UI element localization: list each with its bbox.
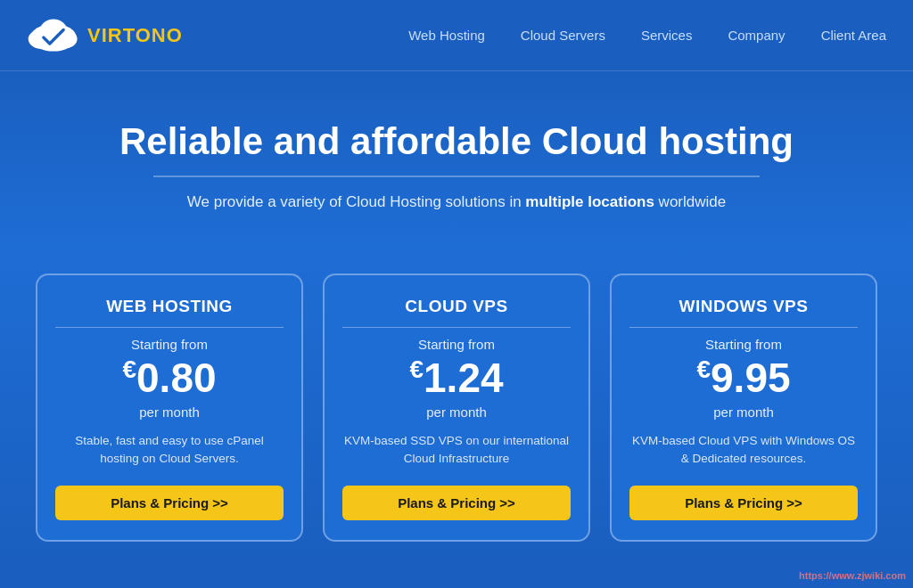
card-web-hosting-btn[interactable]: Plans & Pricing >> bbox=[55, 486, 284, 520]
hero-description: We provide a variety of Cloud Hosting so… bbox=[18, 193, 895, 211]
card-web-hosting-title: WEB HOSTING bbox=[106, 297, 233, 316]
card-cloud-vps-description: KVM-based SSD VPS on our international C… bbox=[342, 432, 571, 470]
card-cloud-vps-starting: Starting from bbox=[418, 337, 495, 352]
hero-section: Reliable and affordable Cloud hosting We… bbox=[0, 71, 913, 247]
card-windows-vps-currency: € bbox=[696, 355, 711, 383]
navbar: VIRTONO Web Hosting Cloud Servers Servic… bbox=[0, 0, 913, 71]
logo-rest: IRTONO bbox=[102, 24, 183, 46]
nav-item-client-area[interactable]: Client Area bbox=[821, 28, 886, 44]
logo-v: V bbox=[87, 24, 102, 46]
card-windows-vps: WINDOWS VPS Starting from €9.95 per mont… bbox=[610, 274, 877, 542]
hero-desc-suffix: worldwide bbox=[654, 193, 726, 210]
card-windows-vps-per-month: per month bbox=[713, 404, 774, 420]
card-windows-vps-btn[interactable]: Plans & Pricing >> bbox=[629, 486, 858, 520]
card-windows-vps-price: €9.95 bbox=[696, 355, 790, 401]
card-cloud-vps-divider bbox=[342, 327, 571, 328]
card-cloud-vps-title: CLOUD VPS bbox=[405, 297, 507, 316]
card-windows-vps-divider bbox=[629, 327, 858, 328]
card-windows-vps-description: KVM-based Cloud VPS with Windows OS & De… bbox=[629, 432, 858, 470]
card-windows-vps-starting: Starting from bbox=[705, 337, 782, 352]
watermark: https://www.zjwiki.com bbox=[799, 570, 906, 581]
cards-section: WEB HOSTING Starting from €0.80 per mont… bbox=[0, 247, 913, 559]
card-web-hosting-description: Stable, fast and easy to use cPanel host… bbox=[55, 432, 284, 470]
card-windows-vps-price-value: 9.95 bbox=[711, 355, 791, 401]
card-web-hosting-per-month: per month bbox=[139, 404, 200, 420]
card-web-hosting-starting: Starting from bbox=[131, 337, 208, 352]
nav-item-company[interactable]: Company bbox=[728, 28, 785, 44]
logo-text: VIRTONO bbox=[87, 24, 183, 47]
card-cloud-vps-btn[interactable]: Plans & Pricing >> bbox=[342, 486, 571, 520]
nav-links: Web Hosting Cloud Servers Services Compa… bbox=[408, 28, 886, 44]
nav-link-cloud-servers[interactable]: Cloud Servers bbox=[521, 28, 605, 43]
nav-link-company[interactable]: Company bbox=[728, 28, 785, 43]
nav-link-services[interactable]: Services bbox=[641, 28, 693, 43]
logo-icon bbox=[27, 13, 80, 58]
card-cloud-vps: CLOUD VPS Starting from €1.24 per month … bbox=[323, 274, 590, 542]
card-cloud-vps-currency: € bbox=[409, 355, 424, 383]
nav-item-cloud-servers[interactable]: Cloud Servers bbox=[521, 28, 605, 44]
hero-title: Reliable and affordable Cloud hosting bbox=[18, 120, 895, 163]
card-cloud-vps-price: €1.24 bbox=[409, 355, 503, 401]
card-web-hosting-currency: € bbox=[122, 355, 136, 383]
card-cloud-vps-price-value: 1.24 bbox=[424, 355, 504, 401]
logo[interactable]: VIRTONO bbox=[27, 13, 183, 58]
nav-item-web-hosting[interactable]: Web Hosting bbox=[408, 28, 485, 44]
nav-link-web-hosting[interactable]: Web Hosting bbox=[408, 28, 485, 43]
nav-link-client-area[interactable]: Client Area bbox=[821, 28, 886, 43]
hero-desc-bold: multiple locations bbox=[525, 193, 654, 210]
card-web-hosting-price-value: 0.80 bbox=[136, 355, 217, 401]
card-web-hosting-divider bbox=[55, 327, 284, 328]
card-web-hosting: WEB HOSTING Starting from €0.80 per mont… bbox=[36, 274, 303, 542]
card-windows-vps-title: WINDOWS VPS bbox=[679, 297, 809, 316]
card-cloud-vps-per-month: per month bbox=[426, 404, 487, 420]
nav-item-services[interactable]: Services bbox=[641, 28, 693, 44]
card-web-hosting-price: €0.80 bbox=[122, 355, 216, 401]
hero-desc-prefix: We provide a variety of Cloud Hosting so… bbox=[187, 193, 526, 210]
hero-divider bbox=[153, 176, 760, 177]
